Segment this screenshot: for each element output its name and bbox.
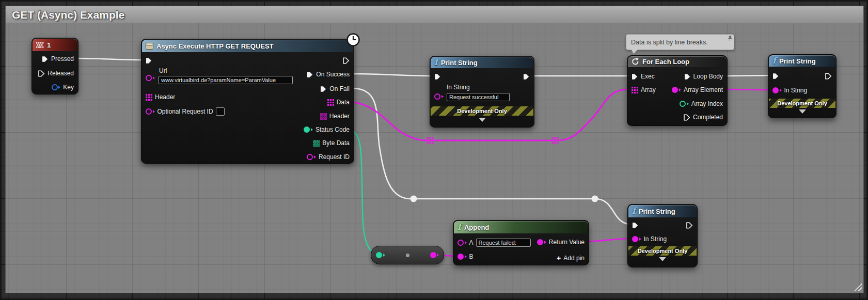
pin-label: Loop Body	[693, 73, 723, 80]
collapse-arrow-icon[interactable]	[659, 257, 666, 261]
node-title: Print String	[639, 208, 675, 215]
foreach-loop-node[interactable]: For Each Loop Exec Array Loop Body Array…	[627, 55, 728, 126]
on-fail-pin[interactable]	[320, 86, 327, 92]
http-request-node[interactable]: Async Execute HTTP GET REQUEST Url www.v…	[141, 39, 354, 164]
exec-in-pin[interactable]	[632, 222, 639, 229]
development-only-banner: Development Only	[769, 99, 835, 108]
exec-pin-released[interactable]	[38, 70, 45, 77]
append-a-pin[interactable]	[457, 240, 467, 246]
request-id-pin[interactable]	[307, 154, 316, 160]
add-pin-label: Add pin	[563, 255, 585, 262]
pin-label: Status Code	[315, 126, 350, 133]
url-field[interactable]: www.virtualbird.de?paramName=ParamValue	[159, 76, 293, 84]
foreach-header[interactable]: For Each Loop	[628, 56, 727, 67]
in-string-field[interactable]: Request successful	[447, 93, 510, 101]
comment-header[interactable]: GET (Async) Example	[6, 6, 863, 23]
print-string-element-node[interactable]: f Print String In String Development Onl…	[768, 54, 837, 118]
in-string-label: In String	[784, 87, 808, 94]
array-in-pin[interactable]	[632, 87, 638, 93]
node-title: Async Execute HTTP GET REQUEST	[156, 42, 274, 50]
array-element-pin[interactable]	[672, 87, 681, 93]
status-code-pin[interactable]	[304, 127, 313, 133]
bubble-pin-icon[interactable]	[727, 36, 733, 43]
exec-in-pin[interactable]	[434, 73, 441, 80]
conversion-dot	[406, 254, 409, 257]
pin-label: Return Value	[549, 239, 585, 246]
completed-pin[interactable]	[684, 114, 690, 121]
byte-data-array-pin[interactable]	[313, 140, 320, 147]
header-out-array-pin[interactable]	[320, 113, 327, 120]
exec-out-pin[interactable]	[825, 73, 832, 80]
pin-label: Request ID	[319, 153, 350, 161]
print-string-header[interactable]: f Print String	[628, 205, 697, 217]
exec-out-pin[interactable]	[523, 73, 530, 80]
loop-icon	[632, 58, 639, 66]
print-string-header[interactable]: f Print String	[431, 57, 533, 68]
conversion-out-pin[interactable]	[430, 252, 439, 258]
keyboard-icon	[36, 42, 44, 48]
function-icon: f	[772, 57, 776, 65]
key-event-header[interactable]: 1	[33, 39, 77, 51]
on-success-pin[interactable]	[307, 71, 313, 78]
url-label: Url	[159, 67, 167, 74]
pin-label: A	[469, 239, 474, 246]
pin-label: Pressed	[51, 55, 74, 62]
add-pin-button[interactable]: Add pin +	[557, 252, 585, 264]
url-pin[interactable]	[146, 75, 155, 81]
development-only-banner: Development Only	[431, 106, 533, 116]
collapse-arrow-icon[interactable]	[799, 109, 806, 114]
exec-in-pin[interactable]	[632, 73, 638, 80]
node-title: Append	[464, 224, 489, 231]
function-icon: f	[632, 207, 636, 215]
exec-in-pin[interactable]	[772, 73, 779, 80]
in-string-pin[interactable]	[632, 236, 641, 242]
to-string-conversion-node[interactable]	[371, 246, 444, 264]
print-string-header[interactable]: f Print String	[769, 55, 835, 67]
blueprint-canvas[interactable]: GET (Async) Example	[0, 0, 868, 300]
function-icon: f	[457, 223, 461, 231]
pin-label: B	[469, 253, 474, 260]
append-header[interactable]: f Append	[454, 221, 588, 233]
node-comment-bubble[interactable]: Data is split by line breaks.	[626, 34, 734, 50]
pin-label: Released	[48, 70, 74, 77]
plus-icon: +	[557, 254, 561, 262]
exec-out-pin[interactable]	[343, 57, 350, 64]
http-request-header[interactable]: Async Execute HTTP GET REQUEST	[142, 40, 353, 52]
collapse-arrow-icon[interactable]	[479, 118, 486, 122]
exec-in-pin[interactable]	[146, 57, 152, 64]
in-string-pin[interactable]	[772, 87, 782, 93]
append-a-field[interactable]: Request failed:	[476, 239, 531, 247]
print-string-success-node[interactable]: f Print String In String Request success…	[430, 56, 534, 128]
async-task-icon	[146, 43, 153, 50]
pin-label: On Fail	[329, 85, 350, 92]
in-string-pin[interactable]	[434, 93, 444, 100]
conversion-in-pin[interactable]	[376, 252, 385, 258]
optional-request-id-pin[interactable]	[146, 108, 155, 115]
node-title: Print String	[441, 59, 478, 67]
return-value-pin[interactable]	[537, 239, 546, 245]
pin-label: Header	[329, 113, 350, 120]
pin-label: Header	[155, 93, 175, 101]
pin-label: Data	[337, 99, 350, 106]
node-title: 1	[47, 41, 51, 49]
pin-label: Byte Data	[322, 139, 350, 147]
bubble-text: Data is split by line breaks.	[631, 39, 708, 46]
exec-pin-pressed[interactable]	[42, 56, 49, 62]
data-array-pin[interactable]	[327, 99, 334, 106]
in-string-label: In String	[644, 235, 667, 243]
array-index-pin[interactable]	[680, 101, 689, 107]
exec-out-pin[interactable]	[686, 222, 693, 229]
key-pin[interactable]	[52, 84, 61, 90]
comment-title: GET (Async) Example	[12, 9, 124, 21]
pin-label: Array Index	[691, 100, 723, 107]
append-b-pin[interactable]	[457, 254, 467, 260]
header-array-pin[interactable]	[146, 94, 152, 101]
key-event-node[interactable]: 1 Pressed Released Key	[31, 38, 78, 94]
pin-label: Key	[63, 84, 74, 91]
pin-label: Completed	[693, 114, 723, 121]
print-string-fail-node[interactable]: f Print String In String Development Onl…	[627, 204, 698, 267]
append-node[interactable]: f Append A Request failed: B Return Valu…	[453, 220, 589, 265]
loop-body-pin[interactable]	[684, 73, 691, 80]
comment-resize-handle[interactable]	[853, 282, 862, 291]
optional-request-id-field[interactable]	[216, 107, 225, 116]
